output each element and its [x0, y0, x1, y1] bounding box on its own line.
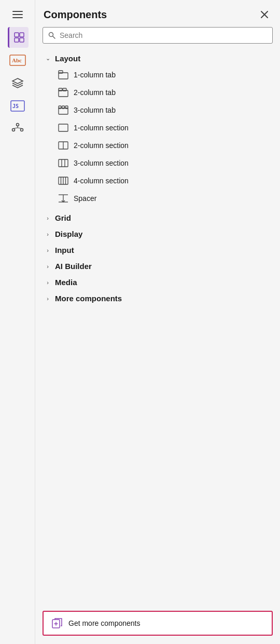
category-input[interactable]: › Input — [39, 242, 276, 258]
list-item[interactable]: 3-column section — [39, 154, 276, 172]
get-more-label: Get more components — [68, 619, 141, 627]
list-item[interactable]: 3-column tab — [39, 101, 276, 119]
category-ai-builder[interactable]: › AI Builder — [39, 258, 276, 274]
get-more-icon — [52, 618, 63, 628]
text-icon: Abc — [9, 55, 26, 66]
search-box — [43, 27, 273, 44]
category-layout[interactable]: ⌄ Layout — [39, 50, 276, 66]
search-input[interactable] — [60, 31, 267, 39]
1col-tab-icon — [58, 70, 68, 80]
svg-point-10 — [20, 129, 23, 131]
category-display-label: Display — [55, 230, 82, 238]
category-layout-label: Layout — [55, 54, 80, 63]
svg-line-12 — [13, 128, 18, 129]
1col-section-icon — [58, 123, 68, 133]
panel-title: Components — [44, 9, 107, 21]
js-icon: JS — [10, 100, 25, 112]
2col-section-icon — [58, 140, 68, 151]
get-more-components-button[interactable]: Get more components — [43, 611, 273, 636]
panel-header: Components — [35, 0, 280, 27]
category-display[interactable]: › Display — [39, 225, 276, 242]
grid-sidebar-icon[interactable] — [8, 27, 29, 48]
svg-rect-0 — [15, 33, 19, 37]
svg-line-17 — [53, 36, 55, 39]
svg-rect-18 — [59, 73, 68, 79]
4col-section-icon — [58, 176, 68, 186]
1col-section-label: 1-column section — [74, 124, 129, 132]
close-icon — [260, 10, 269, 19]
category-media-label: Media — [55, 278, 77, 287]
layers-sidebar-icon[interactable] — [7, 73, 28, 93]
chevron-right-icon: › — [44, 231, 52, 237]
chevron-right-icon: › — [44, 215, 52, 221]
chevron-right-icon: › — [44, 263, 52, 270]
category-grid[interactable]: › Grid — [39, 209, 276, 225]
category-more-label: More components — [55, 294, 122, 303]
list-item[interactable]: 1-column tab — [39, 66, 276, 84]
js-sidebar-icon[interactable]: JS — [7, 96, 28, 116]
chevron-down-icon: ⌄ — [44, 55, 52, 62]
hamburger-icon — [7, 6, 28, 23]
category-ai-builder-label: AI Builder — [55, 262, 92, 271]
tree-icon — [11, 123, 24, 135]
search-container — [35, 27, 280, 50]
grid-icon — [13, 32, 25, 43]
svg-point-9 — [12, 129, 15, 131]
2col-tab-icon — [58, 87, 68, 98]
chevron-right-icon: › — [44, 296, 52, 302]
category-input-label: Input — [55, 246, 74, 254]
list-item[interactable]: 2-column tab — [39, 84, 276, 101]
svg-rect-2 — [15, 38, 19, 42]
search-icon — [48, 32, 55, 39]
category-more[interactable]: › More components — [39, 290, 276, 306]
spacer-label: Spacer — [74, 194, 96, 203]
2col-section-label: 2-column section — [74, 141, 129, 150]
3col-section-icon — [58, 158, 68, 168]
category-media[interactable]: › Media — [39, 274, 276, 290]
hamburger-menu[interactable] — [7, 4, 28, 25]
components-panel: Components ⌄ Layout — [35, 0, 280, 644]
1col-tab-label: 1-column tab — [74, 71, 116, 79]
spacer-icon — [58, 193, 68, 204]
svg-line-13 — [18, 128, 22, 129]
svg-rect-23 — [59, 108, 68, 114]
chevron-right-icon: › — [44, 247, 52, 253]
4col-section-label: 4-column section — [74, 177, 129, 185]
text-sidebar-icon[interactable]: Abc — [7, 50, 28, 71]
sidebar-left: Abc JS — [0, 0, 35, 644]
svg-text:Abc: Abc — [12, 57, 22, 63]
list-item[interactable]: 1-column section — [39, 119, 276, 137]
list-item[interactable]: 2-column section — [39, 137, 276, 154]
svg-rect-30 — [59, 159, 68, 167]
2col-tab-label: 2-column tab — [74, 88, 116, 97]
tree-sidebar-icon[interactable] — [7, 118, 28, 139]
svg-point-8 — [16, 124, 19, 126]
3col-tab-icon — [58, 105, 68, 115]
svg-rect-27 — [59, 124, 68, 131]
tree-content: ⌄ Layout 1-column tab 2-column — [35, 50, 280, 605]
3col-section-label: 3-column section — [74, 159, 129, 167]
chevron-right-icon: › — [44, 279, 52, 286]
close-button[interactable] — [257, 7, 272, 22]
svg-rect-1 — [20, 33, 24, 37]
3col-tab-label: 3-column tab — [74, 106, 116, 114]
layers-icon — [11, 77, 24, 89]
list-item[interactable]: Spacer — [39, 190, 276, 207]
list-item[interactable]: 4-column section — [39, 172, 276, 190]
svg-rect-20 — [59, 90, 68, 97]
bottom-section: Get more components — [35, 605, 280, 644]
svg-text:JS: JS — [12, 103, 19, 109]
category-grid-label: Grid — [55, 213, 71, 222]
svg-rect-3 — [20, 38, 24, 42]
